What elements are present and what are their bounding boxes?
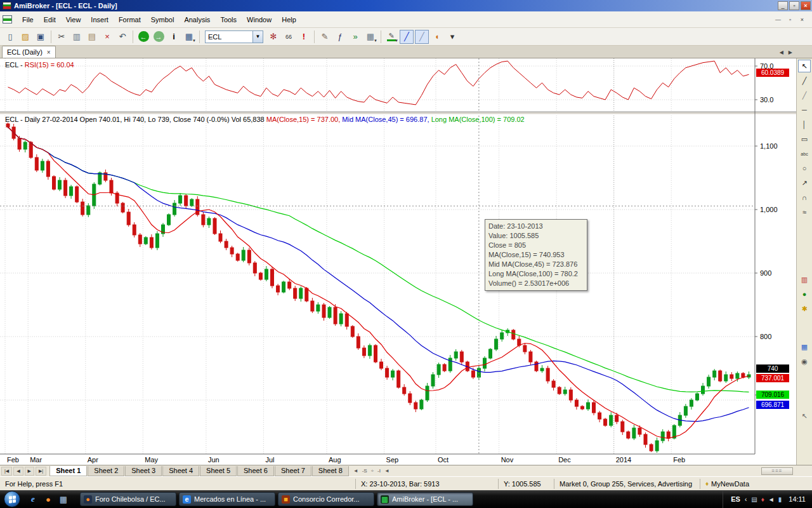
menu-window[interactable]: Window <box>242 14 277 25</box>
scan-icon[interactable]: » <box>348 30 362 44</box>
cut-icon[interactable]: ✂ <box>55 30 69 44</box>
sheet-tab-7[interactable]: Sheet 7 <box>275 466 311 476</box>
combo-dropdown-icon[interactable]: ▼ <box>252 31 263 43</box>
open-folder-icon[interactable]: ▨ <box>18 30 32 44</box>
mdi-close-icon[interactable]: × <box>797 15 807 23</box>
mdi-minimize-icon[interactable]: — <box>773 15 783 23</box>
zigzag-tool-icon[interactable]: ≈ <box>798 206 811 218</box>
sheet-scrollbar[interactable]: ≡≡≡ <box>761 467 793 475</box>
copy-icon[interactable]: ▥ <box>70 30 84 44</box>
undo-icon[interactable]: ↶ <box>115 30 129 44</box>
nav-forward-icon[interactable]: → <box>152 30 166 44</box>
arrow-tool-icon[interactable]: ↗ <box>798 177 811 189</box>
task-foro-chilebolsa[interactable]: ●Foro Chilebolsa / EC... <box>80 492 176 506</box>
keyboard-tray-icon[interactable]: ▤ <box>751 496 757 503</box>
close-button[interactable]: × <box>801 1 811 10</box>
trendline-tool-icon[interactable]: ╱ <box>798 74 811 87</box>
layout-icon[interactable]: ▦▼ <box>182 30 196 44</box>
sheet-extra-icon-1[interactable]: -S <box>360 467 369 474</box>
language-indicator[interactable]: ES <box>731 495 740 503</box>
chart-document-icon[interactable] <box>3 15 12 23</box>
ellipse-tool-icon[interactable]: ○ <box>798 162 811 175</box>
layers-icon[interactable]: ▦ <box>798 340 811 353</box>
minimize-button[interactable]: _ <box>778 1 788 10</box>
tab-close-icon[interactable]: × <box>47 49 51 56</box>
edit-formula-icon[interactable]: ✎ <box>318 30 332 44</box>
price-chart[interactable]: 1,1001,000900800070.030.0FebMarAprMayJun… <box>0 58 796 465</box>
save-icon[interactable]: ▣ <box>34 30 48 44</box>
tab-scroll-left-icon[interactable]: ◀ <box>778 49 785 56</box>
menu-edit[interactable]: Edit <box>39 14 61 25</box>
menu-insert[interactable]: Insert <box>86 14 114 25</box>
line-color-picker[interactable]: ✎▼ <box>384 30 398 44</box>
sheet-extra-icon-3[interactable]: -I <box>376 467 383 474</box>
restore-button[interactable]: ▫ <box>789 1 799 10</box>
snapshot-icon[interactable]: ◉ <box>798 355 811 368</box>
sheet-tab-4[interactable]: Sheet 4 <box>162 466 199 476</box>
menu-analysis[interactable]: Analysis <box>179 14 215 25</box>
nav-back-icon[interactable]: ← <box>136 30 150 44</box>
last-sheet-button[interactable]: ▶| <box>36 467 46 476</box>
network-tray-icon[interactable]: ▮ <box>778 496 782 503</box>
symbol-combo[interactable]: ECL ▼ <box>205 30 263 43</box>
hline-tool-icon[interactable]: ─ <box>798 104 811 116</box>
context-help-icon[interactable]: ↖ <box>798 410 811 422</box>
text-tool-icon[interactable]: abc <box>798 147 811 160</box>
quicklaunch-firefox-icon[interactable]: ● <box>42 493 55 505</box>
draw-dotted-line-icon[interactable]: ╱ <box>415 30 429 44</box>
security-tray-icon[interactable]: ♦ <box>761 496 764 503</box>
sheet-extra-icon-2[interactable]: ÷ <box>369 467 376 474</box>
alert-icon[interactable]: ! <box>297 30 311 44</box>
start-button[interactable] <box>4 491 20 507</box>
sheet-tab-5[interactable]: Sheet 5 <box>200 466 237 476</box>
sheet-tab-1[interactable]: Sheet 1 <box>49 466 87 476</box>
tab-scroll-right-icon[interactable]: ▶ <box>787 49 794 56</box>
more-tools-icon[interactable]: ▾ <box>445 30 459 44</box>
explore-icon[interactable]: ▦▼ <box>363 30 377 44</box>
amibroker-app-icon[interactable] <box>3 2 11 10</box>
info-icon[interactable]: i <box>167 30 181 44</box>
tray-chevron-icon[interactable]: ‹ <box>745 496 747 503</box>
new-chart-icon[interactable]: ▯ <box>3 30 17 44</box>
arc-tool-icon[interactable]: ∩ <box>798 191 811 204</box>
menu-symbol[interactable]: Symbol <box>146 14 180 25</box>
prev-sheet-button[interactable]: ◀ <box>13 467 23 476</box>
vline-tool-icon[interactable]: │ <box>798 118 811 131</box>
first-sheet-button[interactable]: |◀ <box>1 467 12 476</box>
web-research-icon[interactable]: ● <box>798 288 811 300</box>
delete-icon[interactable]: × <box>100 30 114 44</box>
ray-tool-icon[interactable]: ╱ <box>798 89 811 102</box>
sheet-tab-8[interactable]: Sheet 8 <box>312 466 349 476</box>
rectangle-tool-icon[interactable]: ▭ <box>798 133 811 145</box>
paste-icon[interactable]: ▤ <box>85 30 99 44</box>
quicklaunch-ie-icon[interactable]: e <box>27 493 39 505</box>
volume-tray-icon[interactable]: ◄ <box>768 496 775 503</box>
favorites-icon[interactable]: ✱ <box>798 302 811 315</box>
bar-stats-icon[interactable]: ▥ <box>798 273 811 286</box>
menu-help[interactable]: Help <box>277 14 301 25</box>
sheet-tab-3[interactable]: Sheet 3 <box>125 466 162 476</box>
sheet-extra-icon-0[interactable]: ◄ <box>351 467 360 474</box>
sheet-extra-icon-4[interactable]: ◄ <box>383 467 391 474</box>
sheet-tab-6[interactable]: Sheet 6 <box>237 466 274 476</box>
task-consorcio-corredor[interactable]: ■Consorcio Corredor... <box>278 492 374 506</box>
tab-ecl-daily[interactable]: ECL (Daily) × <box>2 46 56 58</box>
mdi-restore-icon[interactable]: ▫ <box>785 15 795 23</box>
draw-trendline-icon[interactable]: ╱ <box>400 30 414 44</box>
task-amibroker[interactable]: ▥AmiBroker - [ECL - ... <box>377 492 473 506</box>
eraser-icon[interactable]: ◖ <box>430 30 444 44</box>
next-sheet-button[interactable]: ▶ <box>25 467 34 476</box>
pointer-tool-icon[interactable]: ↖ <box>798 60 811 72</box>
quote-editor-icon[interactable]: 66 <box>282 30 296 44</box>
menu-format[interactable]: Format <box>114 14 146 25</box>
status-database[interactable]: ♦ MyNewData <box>700 479 776 489</box>
quicklaunch-show-desktop-icon[interactable]: ▦ <box>57 493 70 505</box>
menu-file[interactable]: File <box>17 14 39 25</box>
menu-view[interactable]: View <box>61 14 86 25</box>
sheet-tab-2[interactable]: Sheet 2 <box>88 466 124 476</box>
parameters-icon[interactable]: ✻ <box>266 30 280 44</box>
task-mercados-en-linea[interactable]: eMercados en Línea - ... <box>179 492 275 506</box>
afl-function-icon[interactable]: ƒ <box>333 30 347 44</box>
menu-tools[interactable]: Tools <box>215 14 242 25</box>
clock[interactable]: 14:11 <box>786 495 806 503</box>
